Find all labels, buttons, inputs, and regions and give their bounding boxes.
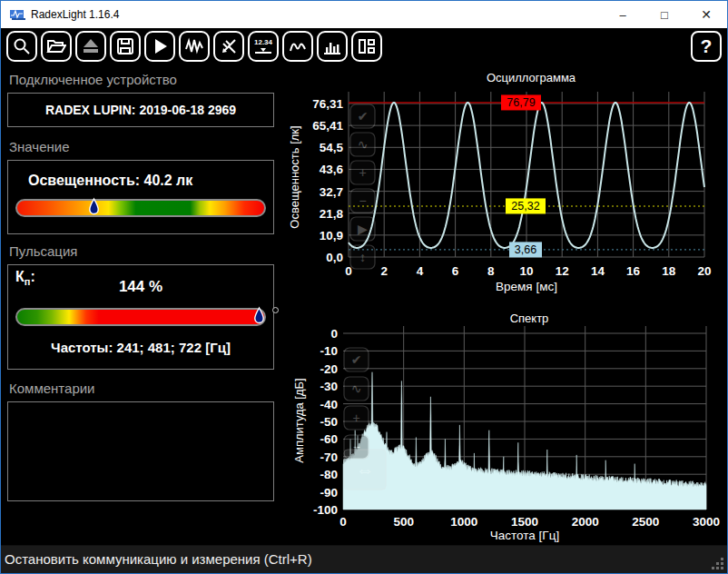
x-tick-label: 16 (626, 264, 641, 278)
curve-icon (288, 36, 308, 56)
max-value-label: 76,79 (507, 96, 535, 109)
save-button[interactable] (110, 31, 141, 62)
y-tick-label: -10 (320, 344, 338, 358)
app-icon (9, 8, 25, 21)
y-tick-label: 21,8 (320, 207, 344, 221)
pulsation-scale-handle[interactable] (272, 307, 279, 313)
chart-tool-zoom-in-button[interactable]: + (344, 406, 369, 430)
min-value-label: 3,66 (515, 243, 536, 256)
illuminance-reading: Освещенность: 40.2 лк (28, 173, 273, 189)
close-button[interactable]: ✕ (685, 1, 727, 28)
illuminance-scale (15, 199, 266, 217)
curve-view-button[interactable] (282, 31, 313, 62)
kp-label: Кп: (15, 269, 35, 287)
device-name: RADEX LUPIN: 2019-06-18 2969 (45, 103, 236, 117)
chart-tool-curve-button[interactable]: ∿ (350, 133, 375, 156)
open-file-button[interactable] (41, 31, 72, 62)
chart-tool-autoscale-button[interactable]: ✔ (350, 104, 375, 128)
status-bar: Остановить коммуникацию и измерения (Ctr… (1, 545, 727, 573)
fit-icon: ⇔ (356, 460, 374, 480)
pulsation-marker-icon (253, 305, 265, 327)
x-tick-label: 1000 (450, 515, 477, 529)
x-tick-label: 20 (697, 264, 711, 278)
spectrum-chart[interactable]: Спектр0-10-20-30-40-50-60-70-80-90-10005… (284, 313, 728, 542)
maximize-button[interactable]: □ (644, 1, 685, 28)
play-icon: ▶ (358, 222, 368, 236)
y-tick-label: 0 (330, 327, 338, 341)
comments-input[interactable] (7, 401, 274, 501)
y-tick-label: -60 (320, 432, 338, 446)
title-bar: RadexLight 1.16.4 – □ ✕ (1, 1, 727, 28)
y-tick-label: 32,7 (320, 185, 343, 199)
app-window: RadexLight 1.16.4 – □ ✕ (0, 0, 728, 574)
left-panel: Подключенное устройство RADEX LUPIN: 201… (7, 64, 274, 505)
start-button[interactable] (144, 31, 175, 62)
x-tick-label: 10 (519, 264, 533, 278)
autoscale-icon: ✔ (351, 352, 362, 367)
search-button[interactable] (6, 31, 37, 62)
y-tick-label: -90 (320, 486, 338, 500)
help-button[interactable]: ? (691, 31, 722, 62)
x-tick-label: 3000 (693, 515, 720, 529)
main-content: Подключенное устройство RADEX LUPIN: 201… (1, 64, 727, 545)
eject-button[interactable] (75, 31, 106, 62)
resize-grip[interactable] (711, 557, 723, 569)
x-tick-label: 2500 (632, 515, 659, 529)
y-tick-label: 54,5 (320, 141, 344, 154)
y-tick-label: 10,9 (320, 229, 343, 242)
x-axis-label: Частота [Гц] (490, 529, 559, 542)
spectrum-title: Спектр (510, 313, 549, 325)
device-box: RADEX LUPIN: 2019-06-18 2969 (7, 93, 274, 127)
comb-button[interactable] (213, 31, 244, 62)
chart-tool-autoscale-button[interactable]: ✔ (344, 348, 369, 371)
x-tick-label: 1500 (511, 515, 538, 529)
autoscale-icon: ✔ (358, 109, 369, 124)
x-tick-label: 18 (662, 264, 676, 278)
x-tick-label: 6 (452, 264, 459, 278)
chart-tool-fit-button[interactable]: ⇔ (344, 450, 386, 490)
x-tick-label: 2 (380, 264, 388, 278)
save-icon (115, 36, 135, 56)
oscillogram-chart[interactable]: Осциллограмма76,3165,4154,543,632,721,81… (284, 70, 728, 317)
numeric-display-icon: 12.34 (254, 39, 272, 46)
x-tick-label: 4 (417, 264, 424, 278)
zoom-in-icon: + (359, 165, 366, 180)
y-tick-label: -30 (320, 380, 338, 393)
chart-tool-zoom-in-button[interactable]: + (350, 161, 375, 184)
y-tick-label: -40 (320, 398, 338, 411)
value-box: Освещенность: 40.2 лк (7, 160, 274, 234)
y-tick-label: 0,0 (326, 251, 343, 264)
chart-tool-curve-button[interactable]: ∿ (344, 377, 369, 401)
spectrum-view-button[interactable] (317, 31, 348, 62)
minimize-button[interactable]: – (602, 1, 644, 28)
play-icon (150, 36, 170, 56)
zoom-in-icon: + (352, 411, 359, 425)
numeric-pointer-icon (253, 47, 273, 54)
chart-tool-zoom-out-button[interactable]: − (350, 189, 375, 213)
toolbar: 12.34 ? (1, 28, 727, 64)
chart-tool-cursor-button[interactable]: ↕ (350, 245, 375, 269)
x-tick-label: 2000 (572, 515, 599, 529)
y-tick-label: 76,31 (312, 97, 343, 111)
illuminance-marker-icon (88, 196, 100, 218)
layout-icon (357, 36, 377, 56)
pulsation-scale (15, 308, 266, 326)
y-tick-label: -50 (320, 415, 338, 429)
comb-icon (219, 36, 239, 56)
frequencies-text: Частоты: 241; 481; 722 [Гц] (8, 340, 273, 355)
eject-icon (81, 36, 101, 56)
numeric-display-button[interactable]: 12.34 (248, 31, 279, 62)
oscillogram-title: Осциллограмма (487, 71, 576, 84)
curve-icon: ∿ (351, 381, 362, 396)
x-tick-label: 14 (591, 264, 605, 278)
bar-chart-icon (322, 36, 342, 56)
pulsation-section-header: Пульсация (9, 243, 274, 259)
y-tick-label: -20 (320, 362, 338, 376)
oscillogram-view-button[interactable] (179, 31, 210, 62)
avg-value-label: 25,32 (511, 200, 539, 213)
device-section-header: Подключенное устройство (9, 72, 274, 87)
x-axis-label: Время [мс] (496, 280, 557, 293)
open-folder-icon (46, 36, 66, 56)
layout-button[interactable] (351, 31, 382, 62)
pulsation-box: Кп: 144 % Частоты: 241; 481; 722 [Гц] (7, 264, 274, 370)
